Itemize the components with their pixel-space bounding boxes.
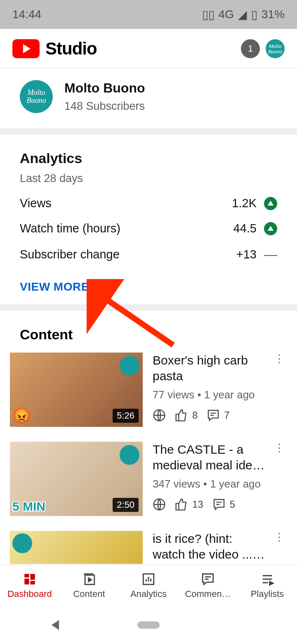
channel-subscribers: 148 Subscribers — [64, 100, 145, 113]
video-row[interactable]: is it rice? (hint: watch the video ... d… — [0, 521, 297, 564]
nav-playlists[interactable]: Playlists — [238, 565, 297, 606]
trend-neutral-icon: — — [264, 247, 277, 262]
app-header: Studio 1 MoltoBuono — [0, 29, 297, 69]
analytics-card: Analytics Last 28 days Views 1.2K Watch … — [0, 135, 297, 304]
svg-marker-9 — [89, 578, 92, 582]
video-row[interactable]: 5 MIN 2:50 The CASTLE - a medieval meal … — [0, 432, 297, 521]
thumbnail-text-icon: 5 MIN — [12, 500, 45, 514]
thumbnail-badge-icon — [120, 445, 139, 465]
status-time: 14:44 — [12, 8, 41, 21]
divider — [0, 128, 297, 135]
svg-rect-5 — [30, 574, 35, 580]
stat-row-watch-time[interactable]: Watch time (hours) 44.5 — [20, 222, 277, 235]
status-bar: 14:44 ▯▯ 4G ◢ ▯ 31% — [0, 0, 297, 29]
svg-rect-6 — [24, 578, 29, 584]
status-right: ▯▯ 4G ◢ ▯ 31% — [202, 8, 285, 21]
nav-label: Playlists — [251, 589, 284, 599]
thumbnail-badge-icon — [12, 533, 32, 553]
notification-badge[interactable]: 1 — [241, 39, 260, 58]
video-thumbnail[interactable] — [10, 531, 143, 564]
content-card: Content 😡 5:26 Boxer's high carb pasta ⋮… — [0, 311, 297, 564]
system-nav — [0, 606, 297, 644]
channel-header[interactable]: MoltoBuono Molto Buono 148 Subscribers — [0, 69, 297, 128]
nav-label: Analytics — [130, 589, 167, 599]
trend-up-icon — [264, 222, 277, 235]
video-duration: 5:26 — [113, 409, 139, 423]
nav-label: Content — [73, 589, 105, 599]
more-options-icon[interactable]: ⋮ — [271, 531, 287, 544]
nav-analytics[interactable]: Analytics — [119, 565, 178, 606]
home-pill-icon[interactable] — [137, 621, 160, 629]
youtube-logo-icon[interactable] — [12, 39, 40, 58]
network-label: 4G — [219, 8, 234, 21]
thumbnail-badge-icon — [120, 356, 139, 376]
visibility-icon — [153, 409, 166, 422]
channel-name: Molto Buono — [64, 80, 145, 96]
video-thumbnail[interactable]: 5 MIN 2:50 — [10, 442, 143, 516]
visibility-icon — [153, 498, 166, 511]
header-avatar[interactable]: MoltoBuono — [266, 39, 285, 58]
analytics-period: Last 28 days — [20, 172, 277, 185]
likes-count: 13 — [175, 498, 203, 511]
stat-value: 1.2K — [232, 197, 257, 210]
stat-row-views[interactable]: Views 1.2K — [20, 197, 277, 210]
stat-label: Views — [20, 197, 52, 210]
battery-icon: ▯ — [251, 8, 257, 21]
more-options-icon[interactable]: ⋮ — [271, 442, 287, 455]
nav-label: Dashboard — [7, 589, 52, 599]
video-title: is it rice? (hint: watch the video ... d… — [153, 531, 268, 562]
svg-rect-4 — [24, 574, 29, 578]
video-title: The CASTLE - a medieval meal idea, f… — [153, 442, 268, 473]
bottom-nav: Dashboard Content Analytics Commen… Play… — [0, 565, 297, 606]
stat-value: 44.5 — [233, 222, 257, 235]
stat-label: Watch time (hours) — [20, 222, 120, 235]
signal-icon: ◢ — [238, 8, 247, 21]
trend-up-icon — [264, 197, 277, 210]
nav-content[interactable]: Content — [59, 565, 119, 606]
vibrate-icon: ▯▯ — [202, 8, 214, 21]
stat-value: +13 — [236, 248, 257, 261]
nav-label: Commen… — [185, 589, 231, 599]
nav-dashboard[interactable]: Dashboard — [0, 565, 59, 606]
video-row[interactable]: 😡 5:26 Boxer's high carb pasta ⋮ 77 view… — [0, 343, 297, 432]
video-meta-text: 347 views • 1 year ago — [153, 478, 287, 490]
more-options-icon[interactable]: ⋮ — [271, 353, 287, 365]
video-title: Boxer's high carb pasta — [153, 353, 268, 384]
content-title: Content — [0, 327, 297, 343]
thumbnail-emoji-icon: 😡 — [12, 407, 31, 424]
video-meta-text: 77 views • 1 year ago — [153, 388, 287, 401]
svg-rect-7 — [30, 581, 35, 585]
comments-count: 5 — [212, 498, 235, 511]
studio-title: Studio — [45, 39, 97, 59]
stat-row-subscriber-change[interactable]: Subscriber change +13 — — [20, 247, 277, 262]
analytics-title: Analytics — [20, 150, 277, 166]
video-thumbnail[interactable]: 😡 5:26 — [10, 353, 143, 427]
channel-avatar: MoltoBuono — [20, 80, 53, 113]
likes-count: 8 — [175, 409, 198, 422]
nav-comments[interactable]: Commen… — [178, 565, 238, 606]
stat-label: Subscriber change — [20, 248, 120, 261]
svg-marker-11 — [270, 581, 273, 585]
back-icon[interactable] — [52, 620, 59, 630]
divider — [0, 304, 297, 311]
comments-count: 7 — [207, 409, 229, 422]
video-duration: 2:50 — [113, 498, 139, 512]
view-more-button[interactable]: VIEW MORE — [20, 280, 277, 294]
battery-percent: 31% — [262, 8, 285, 21]
